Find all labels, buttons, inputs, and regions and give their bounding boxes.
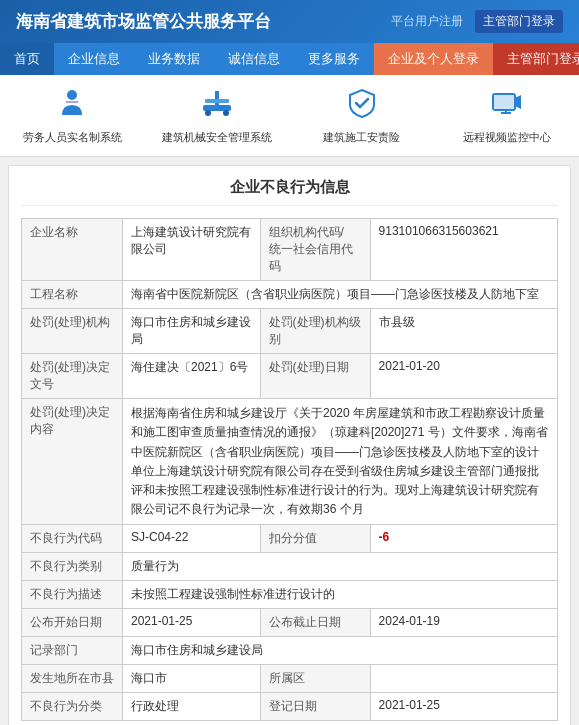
value-punish-level: 市县级 — [370, 309, 557, 354]
label-decision-no: 处罚(处理)决定文号 — [22, 354, 123, 399]
label-company-name: 企业名称 — [22, 219, 123, 281]
value-district — [370, 665, 557, 693]
admin-login-link[interactable]: 主管部门登录 — [475, 10, 563, 33]
table-row: 不良行为分类 行政处理 登记日期 2021-01-25 — [22, 693, 558, 721]
table-row: 不良行为类别 质量行为 — [22, 553, 558, 581]
nav-admin-login[interactable]: 主管部门登录 — [493, 43, 579, 75]
value-register-date: 2021-01-25 — [370, 693, 557, 721]
svg-point-0 — [67, 90, 77, 100]
video-label: 远程视频监控中心 — [463, 130, 551, 144]
value-decision-no: 海住建决〔2021〕6号 — [123, 354, 261, 399]
label-district: 所属区 — [260, 665, 370, 693]
nav-home[interactable]: 首页 — [0, 43, 54, 75]
label-project-name: 工程名称 — [22, 281, 123, 309]
labor-label: 劳务人员实名制系统 — [23, 130, 122, 144]
label-bad-type: 不良行为类别 — [22, 553, 123, 581]
table-row: 工程名称 海南省中医院新院区（含省职业病医院）项目——门急诊医技楼及人防地下室 — [22, 281, 558, 309]
insurance-icon — [346, 87, 378, 126]
info-table: 企业名称 上海建筑设计研究院有限公司 组织机构代码/统一社会信用代码 91310… — [21, 218, 558, 721]
label-bad-category: 不良行为分类 — [22, 693, 123, 721]
value-punish-org: 海口市住房和城乡建设局 — [123, 309, 261, 354]
value-score-deduct: -6 — [370, 525, 557, 553]
svg-rect-1 — [66, 101, 78, 103]
svg-rect-11 — [505, 110, 507, 114]
label-punish-org: 处罚(处理)机构 — [22, 309, 123, 354]
label-punish-date: 处罚(处理)日期 — [260, 354, 370, 399]
svg-point-6 — [223, 110, 229, 116]
table-row: 发生地所在市县 海口市 所属区 — [22, 665, 558, 693]
svg-rect-4 — [205, 99, 229, 103]
value-bad-code: SJ-C04-22 — [123, 525, 261, 553]
value-record-dept: 海口市住房和城乡建设局 — [123, 637, 558, 665]
label-bad-code: 不良行为代码 — [22, 525, 123, 553]
table-row: 企业名称 上海建筑设计研究院有限公司 组织机构代码/统一社会信用代码 91310… — [22, 219, 558, 281]
value-occur-city: 海口市 — [123, 665, 261, 693]
table-row: 处罚(处理)决定文号 海住建决〔2021〕6号 处罚(处理)日期 2021-01… — [22, 354, 558, 399]
label-pub-end: 公布截止日期 — [260, 609, 370, 637]
value-punish-date: 2021-01-20 — [370, 354, 557, 399]
label-occur-city: 发生地所在市县 — [22, 665, 123, 693]
nav-company[interactable]: 企业信息 — [54, 43, 134, 75]
labor-icon — [56, 87, 88, 126]
table-row: 记录部门 海口市住房和城乡建设局 — [22, 637, 558, 665]
label-score-deduct: 扣分分值 — [260, 525, 370, 553]
label-org-code: 组织机构代码/统一社会信用代码 — [260, 219, 370, 281]
video-icon — [491, 87, 523, 126]
table-row: 不良行为代码 SJ-C04-22 扣分分值 -6 — [22, 525, 558, 553]
iconbar: 劳务人员实名制系统 建筑机械安全管理系统 建筑施工安责险 远程视频监控中心 — [0, 75, 579, 157]
label-register-date: 登记日期 — [260, 693, 370, 721]
value-org-code: 913101066315603621 — [370, 219, 557, 281]
label-punish-level: 处罚(处理)机构级别 — [260, 309, 370, 354]
value-pub-start: 2021-01-25 — [123, 609, 261, 637]
insurance-label: 建筑施工安责险 — [323, 130, 400, 144]
header: 海南省建筑市场监管公共服务平台 平台用户注册 主管部门登录 — [0, 0, 579, 43]
value-bad-type: 质量行为 — [123, 553, 558, 581]
platform-user-link[interactable]: 平台用户注册 — [391, 13, 463, 30]
svg-point-5 — [205, 110, 211, 116]
table-row: 不良行为描述 未按照工程建设强制性标准进行设计的 — [22, 581, 558, 609]
label-pub-start: 公布开始日期 — [22, 609, 123, 637]
value-decision-content: 根据海南省住房和城乡建设厅《关于2020 年房屋建筑和市政工程勘察设计质量和施工… — [123, 399, 558, 525]
page-title: 企业不良行为信息 — [21, 178, 558, 206]
value-project-name: 海南省中医院新院区（含省职业病医院）项目——门急诊医技楼及人防地下室 — [123, 281, 558, 309]
header-logo: 海南省建筑市场监管公共服务平台 — [16, 10, 271, 33]
value-bad-category: 行政处理 — [123, 693, 261, 721]
label-decision-content: 处罚(处理)决定内容 — [22, 399, 123, 525]
header-right: 平台用户注册 主管部门登录 — [391, 10, 563, 33]
icon-video[interactable]: 远程视频监控中心 — [434, 83, 579, 148]
nav-enterprise-login[interactable]: 企业及个人登录 — [374, 43, 493, 75]
value-pub-end: 2024-01-19 — [370, 609, 557, 637]
nav-business[interactable]: 业务数据 — [134, 43, 214, 75]
icon-labor[interactable]: 劳务人员实名制系统 — [0, 83, 145, 148]
table-row: 处罚(处理)机构 海口市住房和城乡建设局 处罚(处理)机构级别 市县级 — [22, 309, 558, 354]
value-bad-desc: 未按照工程建设强制性标准进行设计的 — [123, 581, 558, 609]
label-record-dept: 记录部门 — [22, 637, 123, 665]
label-bad-desc: 不良行为描述 — [22, 581, 123, 609]
table-row: 处罚(处理)决定内容 根据海南省住房和城乡建设厅《关于2020 年房屋建筑和市政… — [22, 399, 558, 525]
main-content: 企业不良行为信息 企业名称 上海建筑设计研究院有限公司 组织机构代码/统一社会信… — [8, 165, 571, 725]
table-row: 公布开始日期 2021-01-25 公布截止日期 2024-01-19 — [22, 609, 558, 637]
nav-credit[interactable]: 诚信信息 — [214, 43, 294, 75]
machinery-icon — [201, 87, 233, 126]
nav-more[interactable]: 更多服务 — [294, 43, 374, 75]
navbar: 首页 企业信息 业务数据 诚信信息 更多服务 企业及个人登录 主管部门登录 — [0, 43, 579, 75]
svg-rect-2 — [203, 105, 231, 111]
value-company-name: 上海建筑设计研究院有限公司 — [123, 219, 261, 281]
svg-rect-8 — [494, 95, 514, 109]
machinery-label: 建筑机械安全管理系统 — [162, 130, 272, 144]
icon-insurance[interactable]: 建筑施工安责险 — [290, 83, 435, 148]
icon-machinery[interactable]: 建筑机械安全管理系统 — [145, 83, 290, 148]
